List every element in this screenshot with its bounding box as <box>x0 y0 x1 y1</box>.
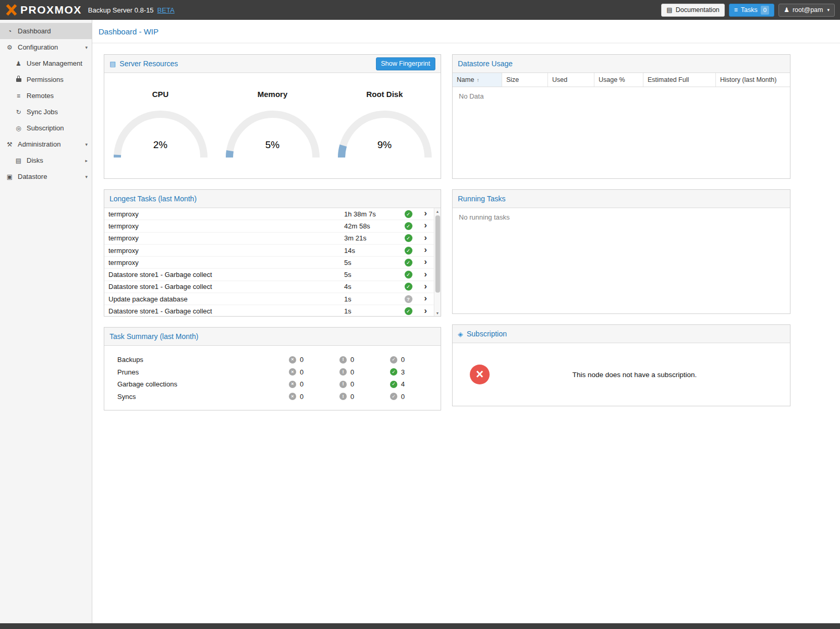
chevron-right-icon[interactable]: › <box>418 221 433 231</box>
chevron-right-icon[interactable]: › <box>418 233 433 244</box>
column-header-name[interactable]: Name ↑ <box>453 73 502 87</box>
running-tasks-body: No running tasks <box>453 208 790 313</box>
task-row[interactable]: termproxy 3m 21s ✓ › <box>104 233 441 245</box>
chevron-right-icon[interactable]: › <box>418 209 433 219</box>
scrollbar-thumb[interactable] <box>435 215 440 293</box>
unlock-icon <box>14 76 23 83</box>
check-icon: ✓ <box>390 368 397 376</box>
task-name: Datastore store1 - Garbage collect <box>104 307 344 315</box>
chevron-right-icon[interactable]: › <box>418 257 433 268</box>
sort-asc-icon: ↑ <box>477 77 479 83</box>
task-row[interactable]: termproxy 5s ✓ › <box>104 257 441 269</box>
warnings-count: 0 <box>350 380 354 388</box>
running-tasks-panel: Running Tasks No running tasks <box>452 189 790 314</box>
error-icon: × <box>289 393 296 400</box>
task-duration: 5s <box>344 271 399 279</box>
no-subscription-icon: × <box>470 365 490 384</box>
task-row[interactable]: termproxy 42m 58s ✓ › <box>104 220 441 232</box>
chevron-right-icon[interactable]: › <box>418 282 433 292</box>
sidebar-item-sync-jobs[interactable]: ↻ Sync Jobs <box>0 104 92 120</box>
sidebar-item-disks[interactable]: ▤ Disks ▸ <box>0 152 92 168</box>
ok-count: 0 <box>401 393 405 401</box>
content-row: ◔ Dashboard ⚙ Configuration ▾ ♟ User Man… <box>0 20 840 623</box>
documentation-label: Documentation <box>676 6 720 14</box>
summary-row-garbage-collections[interactable]: Garbage collections × 0 ! 0 <box>104 378 441 391</box>
sidebar-item-label: Dashboard <box>18 27 51 35</box>
chevron-down-icon[interactable]: ▾ <box>85 45 88 50</box>
errors-count: 0 <box>300 368 303 376</box>
summary-errors-cell: × 0 <box>289 393 339 401</box>
sidebar-item-permissions[interactable]: Permissions <box>0 71 92 88</box>
gauge-label: Root Disk <box>333 90 437 99</box>
errors-count: 0 <box>300 380 303 388</box>
tasks-button[interactable]: ≡ Tasks 0 <box>729 4 774 17</box>
warnings-count: 0 <box>350 368 354 376</box>
task-row[interactable]: termproxy 1h 38m 7s ✓ › <box>104 208 441 220</box>
sidebar-item-label: Remotes <box>27 92 54 100</box>
warning-icon: ! <box>339 368 347 376</box>
chevron-right-icon[interactable]: › <box>418 294 433 304</box>
caret-down-icon: ▾ <box>827 7 830 13</box>
task-row[interactable]: termproxy 14s ✓ › <box>104 245 441 257</box>
dashboard-panels: ▤ Server Resources Show Fingerprint CPU <box>92 43 840 623</box>
configuration-icon: ⚙ <box>5 44 14 51</box>
task-row[interactable]: Update package database 1s ? › <box>104 293 441 305</box>
user-icon: ♟ <box>14 60 23 67</box>
column-header-size[interactable]: Size <box>502 73 548 87</box>
task-name: termproxy <box>104 222 344 230</box>
sidebar-item-user-management[interactable]: ♟ User Management <box>0 55 92 71</box>
user-menu-button[interactable]: ♟ root@pam ▾ <box>778 4 835 17</box>
task-row[interactable]: Datastore store1 - Garbage collect 1s ✓ … <box>104 305 441 316</box>
topbar: PROXMOX Backup Server 0.8-15 BETA ▤ Docu… <box>0 0 840 20</box>
column-header-history[interactable]: History (last Month) <box>716 73 790 87</box>
summary-row-prunes[interactable]: Prunes × 0 ! 0 ✓ <box>104 366 441 379</box>
summary-row-syncs[interactable]: Syncs × 0 ! 0 ✓ <box>104 391 441 403</box>
task-summary-header: Task Summary (last Month) <box>104 328 441 346</box>
chevron-down-icon[interactable]: ▾ <box>85 142 88 147</box>
chevron-right-icon[interactable]: › <box>418 245 433 256</box>
task-name: termproxy <box>104 247 344 255</box>
summary-ok-cell: ✓ 0 <box>390 356 441 364</box>
panel-title: Longest Tasks (last Month) <box>109 195 197 203</box>
sidebar-item-label: User Management <box>27 59 82 67</box>
column-label: History (last Month) <box>720 76 776 83</box>
sidebar-item-remotes[interactable]: ≡ Remotes <box>0 88 92 104</box>
sidebar-item-datastore[interactable]: ▣ Datastore ▾ <box>0 168 92 185</box>
datastore-grid-header: Name ↑ Size Used Usage % <box>453 73 790 87</box>
summary-row-backups[interactable]: Backups × 0 ! 0 ✓ <box>104 354 441 366</box>
scroll-up-icon[interactable]: ▲ <box>434 208 441 214</box>
chevron-right-icon[interactable]: › <box>418 306 433 316</box>
summary-label: Syncs <box>104 393 289 401</box>
user-label: root@pam <box>793 6 823 14</box>
beta-link[interactable]: BETA <box>157 6 175 14</box>
task-row[interactable]: Datastore store1 - Garbage collect 5s ✓ … <box>104 269 441 281</box>
panel-title: Running Tasks <box>458 195 506 203</box>
sidebar-item-label: Disks <box>27 156 43 164</box>
task-duration: 1s <box>344 307 399 315</box>
column-label: Estimated Full <box>648 76 689 83</box>
scroll-down-icon[interactable]: ▼ <box>434 310 441 316</box>
vertical-scrollbar[interactable]: ▲ ▼ <box>434 208 441 316</box>
column-label: Name <box>457 76 474 83</box>
sidebar-item-subscription[interactable]: ◎ Subscription <box>0 120 92 136</box>
memory-gauge-arc <box>223 108 322 160</box>
chevron-down-icon[interactable]: ▾ <box>85 174 88 179</box>
column-header-estimated-full[interactable]: Estimated Full <box>643 73 716 87</box>
chevron-right-icon[interactable]: ▸ <box>85 158 88 163</box>
column-header-usage-percent[interactable]: Usage % <box>594 73 643 87</box>
running-tasks-header: Running Tasks <box>453 190 790 208</box>
check-icon: ✓ <box>390 356 397 364</box>
column-header-used[interactable]: Used <box>548 73 594 87</box>
datastore-icon: ▣ <box>5 173 14 180</box>
chevron-right-icon[interactable]: › <box>418 270 433 280</box>
cpu-gauge: CPU 2% <box>108 90 213 178</box>
sidebar-item-configuration[interactable]: ⚙ Configuration ▾ <box>0 39 92 55</box>
sidebar-item-dashboard[interactable]: ◔ Dashboard <box>0 23 92 39</box>
server-resources-header: ▤ Server Resources Show Fingerprint <box>104 55 441 73</box>
warning-icon: ! <box>339 381 347 388</box>
task-row[interactable]: Datastore store1 - Garbage collect 4s ✓ … <box>104 281 441 293</box>
gauge-label: Memory <box>221 90 325 99</box>
show-fingerprint-button[interactable]: Show Fingerprint <box>376 57 436 70</box>
documentation-button[interactable]: ▤ Documentation <box>661 4 724 17</box>
sidebar-item-administration[interactable]: ⚒ Administration ▾ <box>0 136 92 152</box>
